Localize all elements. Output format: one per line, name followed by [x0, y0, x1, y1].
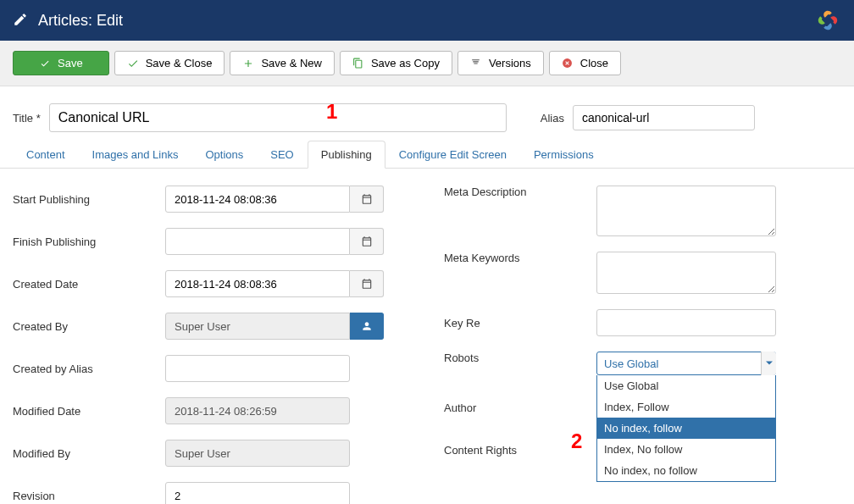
joomla-logo-icon — [814, 7, 841, 34]
meta-description-label: Meta Description — [444, 186, 596, 198]
tab-seo[interactable]: SEO — [257, 141, 307, 169]
title-row: Title * Alias 1 — [0, 86, 854, 141]
meta-description-input[interactable] — [596, 186, 776, 236]
calendar-button[interactable] — [350, 228, 384, 255]
start-publishing-input[interactable] — [165, 186, 350, 213]
author-label: Author — [444, 402, 596, 414]
robots-dropdown-menu: Use Global Index, Follow No index, follo… — [596, 375, 776, 482]
copy-icon — [352, 58, 364, 69]
pencil-icon — [13, 12, 28, 30]
versions-button[interactable]: Versions — [458, 51, 544, 75]
robots-option-index-follow[interactable]: Index, Follow — [597, 396, 775, 418]
calendar-button[interactable] — [350, 270, 384, 297]
apply-icon — [39, 58, 51, 69]
robots-dropdown[interactable]: Use Global Use Global Index, Follow No i… — [596, 352, 776, 375]
tab-options[interactable]: Options — [191, 141, 257, 169]
content-rights-label: Content Rights — [444, 444, 596, 457]
modified-by-input — [165, 440, 350, 467]
finish-publishing-input[interactable] — [165, 228, 350, 255]
app-header: Articles: Edit — [0, 0, 854, 41]
save-copy-button[interactable]: Save as Copy — [340, 51, 452, 75]
toolbar: Save Save & Close Save & New Save as Cop… — [0, 41, 854, 86]
left-column: Start Publishing Finish Publishing Creat… — [13, 186, 410, 504]
save-button[interactable]: Save — [13, 51, 109, 75]
finish-publishing-label: Finish Publishing — [13, 235, 165, 248]
save-close-button[interactable]: Save & Close — [114, 51, 225, 75]
check-icon — [127, 58, 139, 69]
created-by-alias-label: Created by Alias — [13, 363, 165, 375]
start-publishing-label: Start Publishing — [13, 193, 165, 206]
alias-label: Alias — [541, 112, 564, 125]
modified-date-label: Modified Date — [13, 405, 165, 418]
plus-icon — [242, 58, 254, 69]
tab-configure-edit-screen[interactable]: Configure Edit Screen — [385, 141, 520, 169]
robots-option-index-nofollow[interactable]: Index, No follow — [597, 439, 775, 460]
created-by-alias-input[interactable] — [165, 355, 350, 382]
publishing-panel: Start Publishing Finish Publishing Creat… — [0, 169, 854, 504]
robots-option-use-global[interactable]: Use Global — [597, 375, 775, 396]
save-button-label: Save — [58, 57, 83, 69]
close-label: Close — [580, 57, 608, 69]
user-select-button[interactable] — [350, 313, 384, 340]
tab-publishing[interactable]: Publishing — [308, 141, 385, 169]
key-reference-input[interactable] — [596, 309, 776, 336]
robots-option-noindex-follow[interactable]: No index, follow — [597, 418, 775, 439]
calendar-icon — [361, 278, 373, 290]
created-by-label: Created By — [13, 320, 165, 333]
calendar-icon — [361, 193, 373, 205]
tab-images-links[interactable]: Images and Links — [79, 141, 192, 169]
title-label: Title * — [13, 112, 41, 125]
key-reference-label: Key Re — [444, 317, 596, 330]
versions-label: Versions — [489, 57, 531, 69]
tab-permissions[interactable]: Permissions — [520, 141, 607, 169]
title-input[interactable] — [49, 103, 507, 132]
revision-input[interactable] — [165, 482, 350, 504]
modified-date-input — [165, 397, 350, 424]
created-by-input — [165, 313, 350, 340]
right-column: Meta Description Meta Keywords Key Re Ro… — [444, 186, 841, 504]
tabs: Content Images and Links Options SEO Pub… — [0, 141, 854, 169]
close-icon — [562, 58, 574, 69]
robots-selected-value: Use Global — [604, 357, 658, 370]
meta-keywords-input[interactable] — [596, 252, 776, 294]
close-button[interactable]: Close — [549, 51, 621, 75]
meta-keywords-label: Meta Keywords — [444, 252, 596, 264]
calendar-icon — [361, 235, 373, 247]
calendar-button[interactable] — [350, 186, 384, 213]
robots-option-noindex-nofollow[interactable]: No index, no follow — [597, 460, 775, 481]
save-new-button[interactable]: Save & New — [230, 51, 335, 75]
save-new-label: Save & New — [261, 57, 322, 69]
save-close-label: Save & Close — [146, 57, 213, 69]
chevron-down-icon — [761, 352, 776, 375]
save-copy-label: Save as Copy — [371, 57, 440, 69]
user-icon — [361, 320, 373, 332]
modified-by-label: Modified By — [13, 447, 165, 460]
archive-icon — [470, 58, 482, 69]
revision-label: Revision — [13, 490, 165, 502]
robots-dropdown-toggle[interactable]: Use Global — [596, 352, 776, 375]
robots-label: Robots — [444, 352, 596, 364]
page-title: Articles: Edit — [38, 12, 123, 30]
tab-content[interactable]: Content — [13, 141, 79, 169]
created-date-label: Created Date — [13, 278, 165, 291]
alias-input[interactable] — [573, 105, 755, 130]
created-date-input[interactable] — [165, 270, 350, 297]
